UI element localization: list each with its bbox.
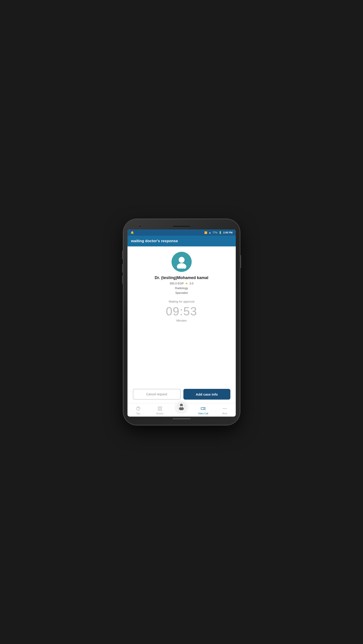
svg-rect-12 (201, 408, 204, 410)
specialty-line2: Specialist (175, 291, 188, 296)
doctor-nav-icon (178, 403, 185, 410)
nav-item-video-call[interactable]: Video Call (192, 405, 214, 416)
waiting-label: Waiting for approval (169, 300, 194, 303)
svg-point-14 (224, 408, 225, 409)
status-right: 📶 ▲ 77% 🔋 2:00 PM (204, 231, 232, 234)
notification-icon: 🔔 (130, 231, 134, 234)
nav-item-nearby[interactable]: Nearby (149, 405, 171, 416)
phone-bottom (128, 416, 236, 420)
nav-item-doctor[interactable] (171, 401, 192, 412)
svg-point-15 (226, 408, 227, 409)
svg-rect-4 (158, 407, 159, 408)
wifi-icon: 📶 (204, 231, 207, 234)
action-buttons: Cancel request Add case info (132, 389, 231, 400)
page-title: waiting doctor's response (131, 239, 232, 243)
doctor-rating-row: 350.0 EGP ★ 3.0 (170, 282, 194, 285)
doctor-nav-circle (176, 401, 187, 412)
nav-item-more[interactable]: More (214, 405, 236, 416)
tips-icon (136, 406, 141, 412)
nav-item-tips[interactable]: Tips (128, 405, 149, 416)
doctor-name: Dr. (testing)Mohamed kamal (154, 276, 208, 280)
speaker (173, 226, 190, 227)
specialty-line1: Radiology (175, 286, 188, 291)
doctor-specialty: Radiology Specialist (175, 286, 188, 296)
doctor-price: 350.0 EGP (170, 282, 184, 285)
svg-rect-5 (160, 407, 162, 408)
svg-rect-11 (181, 406, 182, 408)
avatar-icon (175, 255, 188, 268)
star-icon: ★ (185, 282, 188, 285)
bottom-nav: Tips Nearby (128, 403, 236, 416)
doctor-avatar (172, 252, 192, 272)
tips-label: Tips (136, 412, 140, 415)
video-call-label: Video Call (198, 412, 208, 415)
add-case-info-button[interactable]: Add case info (184, 389, 230, 400)
svg-rect-6 (158, 409, 159, 410)
doctor-rating: 3.0 (190, 282, 194, 285)
phone-device: 🔔 📶 ▲ 77% 🔋 2:00 PM waiting doctor's res… (124, 219, 240, 425)
svg-point-3 (138, 410, 138, 410)
signal-icon: ▲ (209, 231, 211, 234)
battery-icon: 🔋 (219, 231, 222, 234)
status-bar: 🔔 📶 ▲ 77% 🔋 2:00 PM (128, 230, 236, 236)
battery-percent: 77% (212, 231, 218, 234)
nearby-icon (158, 406, 162, 412)
svg-point-1 (177, 263, 186, 268)
phone-screen: 🔔 📶 ▲ 77% 🔋 2:00 PM waiting doctor's res… (128, 230, 236, 416)
app-header: waiting doctor's response (128, 236, 236, 246)
main-content: Dr. (testing)Mohamed kamal 350.0 EGP ★ 3… (128, 246, 236, 403)
cancel-request-button[interactable]: Cancel request (133, 389, 181, 400)
svg-point-0 (178, 257, 184, 263)
status-left: 🔔 (130, 231, 134, 234)
nearby-label: Nearby (156, 412, 164, 415)
camera (139, 225, 142, 228)
svg-point-13 (223, 408, 224, 409)
clock: 2:00 PM (223, 231, 232, 234)
timer-display: 09:53 (166, 304, 197, 318)
more-icon (222, 406, 227, 412)
minutes-label: Minutes (176, 319, 187, 322)
phone-top (128, 224, 236, 230)
more-label: More (222, 412, 228, 415)
svg-rect-7 (160, 409, 162, 410)
video-call-icon (200, 406, 206, 412)
home-indicator (173, 418, 190, 419)
